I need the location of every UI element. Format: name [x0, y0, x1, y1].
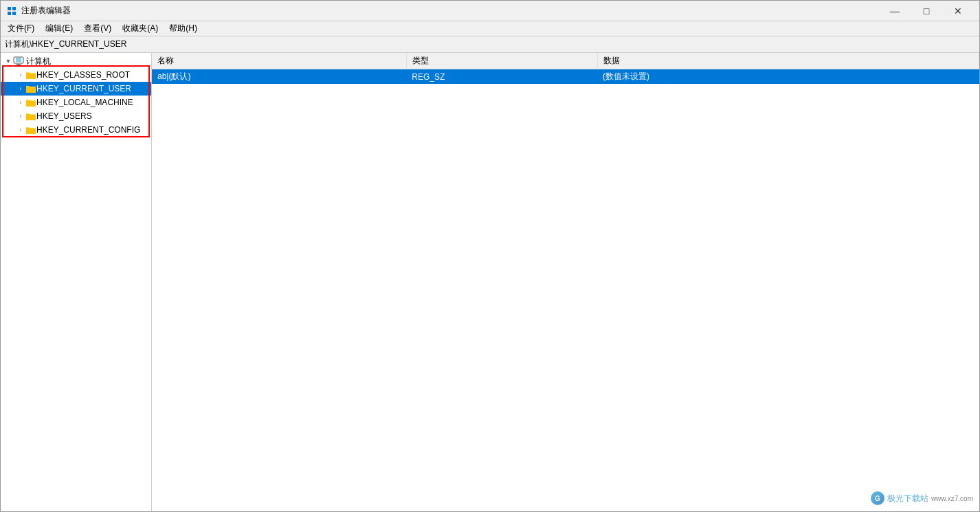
address-bar: 计算机\HKEY_CURRENT_USER: [1, 36, 979, 53]
expand-icon-computer[interactable]: ▼: [3, 56, 13, 66]
address-path: 计算机\HKEY_CURRENT_USER: [5, 38, 126, 50]
svg-rect-6: [16, 64, 21, 65]
window-title: 注册表编辑器: [21, 5, 879, 16]
menu-favorites[interactable]: 收藏夹(A): [117, 21, 164, 36]
tree-label-local-machine: HKEY_LOCAL_MACHINE: [36, 98, 133, 107]
svg-rect-0: [8, 7, 11, 10]
folder-icon-local-machine: [25, 98, 36, 107]
tree-item-local-machine[interactable]: › HKEY_LOCAL_MACHINE: [1, 96, 151, 109]
menu-bar: 文件(F) 编辑(E) 查看(V) 收藏夹(A) 帮助(H): [1, 21, 979, 36]
cell-data: (数值未设置): [597, 69, 979, 85]
title-bar: 注册表编辑器 — □ ✕: [1, 1, 979, 21]
folder-icon-current-user: [25, 84, 36, 93]
svg-rect-5: [16, 58, 21, 62]
tree-item-current-config[interactable]: › HKEY_CURRENT_CONFIG: [1, 123, 151, 137]
cell-name: ab|(默认): [152, 69, 406, 85]
cell-type: REG_SZ: [406, 69, 597, 85]
tree-label-current-config: HKEY_CURRENT_CONFIG: [36, 125, 140, 135]
menu-help[interactable]: 帮助(H): [164, 21, 203, 36]
svg-rect-3: [12, 12, 16, 15]
folder-icon-current-config: [25, 125, 36, 135]
folder-icon-users: [25, 111, 36, 121]
main-content: ▼ 计算机 ›: [1, 53, 979, 511]
minimize-button[interactable]: —: [879, 1, 911, 21]
menu-view[interactable]: 查看(V): [78, 21, 117, 36]
right-pane[interactable]: 名称 类型 数据 ab|(默认) REG_SZ (数值未设置): [152, 53, 979, 511]
tree-item-users[interactable]: › HKEY_USERS: [1, 109, 151, 123]
col-data[interactable]: 数据: [597, 53, 979, 69]
close-button[interactable]: ✕: [942, 1, 974, 21]
app-icon: [6, 5, 17, 16]
tree-label-classes-root: HKEY_CLASSES_ROOT: [36, 70, 130, 80]
tree-pane[interactable]: ▼ 计算机 ›: [1, 53, 152, 511]
svg-rect-1: [12, 7, 16, 10]
svg-rect-7: [15, 65, 22, 66]
expand-icon-users[interactable]: ›: [16, 111, 25, 121]
tree-label-computer: 计算机: [26, 56, 51, 67]
table-row[interactable]: ab|(默认) REG_SZ (数值未设置): [152, 69, 979, 85]
table-header: 名称 类型 数据: [152, 53, 979, 69]
svg-rect-2: [8, 12, 11, 15]
menu-edit[interactable]: 编辑(E): [40, 21, 78, 36]
expand-icon-current-user[interactable]: ›: [16, 84, 25, 93]
folder-icon-classes-root: [25, 70, 36, 80]
expand-icon-current-config[interactable]: ›: [16, 125, 25, 135]
main-window: 注册表编辑器 — □ ✕ 文件(F) 编辑(E) 查看(V) 收藏夹(A) 帮助…: [0, 0, 980, 512]
tree-label-users: HKEY_USERS: [36, 111, 92, 121]
window-controls: — □ ✕: [879, 1, 974, 21]
col-name[interactable]: 名称: [152, 53, 406, 69]
computer-icon: [13, 56, 24, 66]
tree-item-computer[interactable]: ▼ 计算机: [1, 54, 151, 68]
tree-label-current-user: HKEY_CURRENT_USER: [36, 84, 131, 93]
menu-file[interactable]: 文件(F): [2, 21, 40, 36]
tree-item-classes-root[interactable]: › HKEY_CLASSES_ROOT: [1, 68, 151, 82]
col-type[interactable]: 类型: [406, 53, 597, 69]
tree-item-current-user[interactable]: › HKEY_CURRENT_USER: [1, 82, 151, 96]
expand-icon-classes-root[interactable]: ›: [16, 70, 25, 80]
maximize-button[interactable]: □: [911, 1, 942, 21]
expand-icon-local-machine[interactable]: ›: [16, 98, 25, 107]
